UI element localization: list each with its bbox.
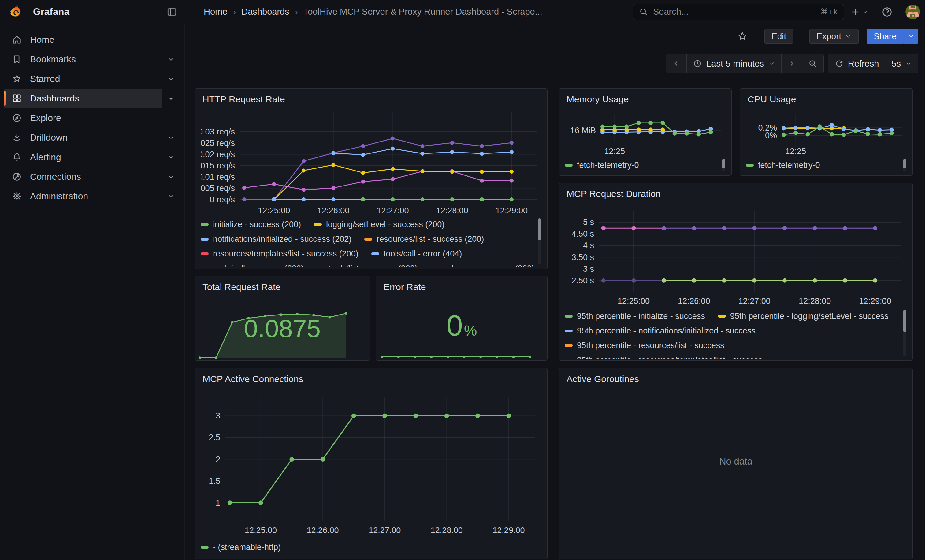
time-back-button[interactable] <box>666 54 687 73</box>
sidebar-item-home-button[interactable]: Home <box>4 30 179 49</box>
legend-scrollbar-thumb[interactable] <box>722 159 725 168</box>
svg-text:12:25: 12:25 <box>785 147 806 156</box>
cpu-usage-chart[interactable]: 0.2%0%12:25 <box>746 108 907 156</box>
expand-chevron-icon[interactable] <box>163 153 179 161</box>
expand-chevron-icon[interactable] <box>163 95 179 102</box>
export-button[interactable]: Export <box>809 29 859 44</box>
sidebar-item-alerting-button[interactable]: Alerting <box>4 148 163 167</box>
expand-chevron-icon[interactable] <box>163 134 179 141</box>
error-rate-sparkline[interactable] <box>379 349 542 359</box>
legend-item[interactable]: - (streamable-http) <box>201 543 281 552</box>
legend-item[interactable]: logging/setLevel - success (200) <box>314 220 444 229</box>
legend-item[interactable]: resources/templates/list - success (200) <box>201 249 359 258</box>
panel-title[interactable]: MCP Active Connections <box>202 374 542 384</box>
sidebar-item-label: Alerting <box>30 152 61 162</box>
zoom-out-button[interactable] <box>802 54 824 73</box>
legend-scrollbar-thumb[interactable] <box>903 310 906 332</box>
sidebar-item-label: Drilldown <box>30 132 68 143</box>
legend-item[interactable]: fetch-telemetry-0 <box>565 161 639 170</box>
breadcrumb-home[interactable]: Home <box>204 7 227 17</box>
legend-item[interactable]: 95th percentile - resources/templates/li… <box>565 356 762 359</box>
legend-item[interactable]: fetch-telemetry-0 <box>746 161 820 170</box>
legend-item[interactable]: tools/list - success (200) <box>316 264 417 267</box>
panel-title[interactable]: Error Rate <box>384 282 542 292</box>
search-placeholder: Search... <box>653 7 688 17</box>
sidebar-item-administration-button[interactable]: Administration <box>4 187 163 206</box>
time-forward-button[interactable] <box>781 54 802 73</box>
refresh-label: Refresh <box>848 59 879 69</box>
sidebar-item-connections[interactable]: Connections <box>4 167 179 186</box>
expand-chevron-icon[interactable] <box>163 173 179 181</box>
sidebar-item-explore-button[interactable]: Explore <box>4 108 179 128</box>
mcp-request-duration-chart[interactable]: 5 s4.50 s4 s3.50 s3 s2.50 s12:25:0012:26… <box>565 203 907 308</box>
legend-marker <box>201 252 209 255</box>
memory-legend: fetch-telemetry-0 <box>565 158 726 174</box>
help-button[interactable] <box>881 6 893 18</box>
add-button[interactable] <box>850 7 869 17</box>
memory-usage-chart[interactable]: 16 MiB12:25 <box>565 108 726 156</box>
expand-chevron-icon[interactable] <box>163 192 179 200</box>
panel-cpu-usage: CPU Usage 0.2%0%12:25 fetch-telemetry-0 <box>740 89 913 176</box>
legend-row: fetch-telemetry-0 <box>565 158 726 173</box>
legend-marker <box>364 238 372 240</box>
legend-item[interactable]: initialize - success (200) <box>201 220 301 229</box>
sidebar-item-bookmarks[interactable]: Bookmarks <box>4 50 179 69</box>
sidebar-item-drilldown[interactable]: Drilldown <box>4 128 179 147</box>
sidebar-item-starred-button[interactable]: Starred <box>4 69 163 89</box>
sidebar-item-alerting[interactable]: Alerting <box>4 147 179 167</box>
svg-text:12:26:00: 12:26:00 <box>678 297 710 306</box>
panel-title[interactable]: CPU Usage <box>747 94 907 105</box>
sidebar-item-explore[interactable]: Explore <box>4 108 179 128</box>
gear-icon <box>12 191 22 201</box>
panel-title[interactable]: Total Request Rate <box>202 282 364 292</box>
star-dashboard-button[interactable] <box>737 30 748 42</box>
sidebar-item-bookmarks-button[interactable]: Bookmarks <box>4 50 163 69</box>
sidebar-item-drilldown-button[interactable]: Drilldown <box>4 128 163 147</box>
legend-item[interactable]: unknown - success (200) <box>430 264 534 267</box>
sidebar-item-connections-button[interactable]: Connections <box>4 167 163 186</box>
breadcrumb-dashboards[interactable]: Dashboards <box>241 7 289 17</box>
legend-item[interactable]: 95th percentile - logging/setLevel - suc… <box>718 311 889 321</box>
legend-item[interactable]: 95th percentile - resources/list - succe… <box>565 341 724 350</box>
legend-item[interactable]: resources/list - success (200) <box>364 234 484 244</box>
sidebar-item-dashboards-button[interactable]: Dashboards <box>4 89 163 108</box>
chevron-down-icon <box>908 33 914 40</box>
legend-item[interactable]: 95th percentile - notifications/initiali… <box>565 326 756 336</box>
sidebar-item-starred[interactable]: Starred <box>4 69 179 89</box>
sidebar-item-home[interactable]: Home <box>4 30 179 50</box>
refresh-interval-picker[interactable]: 5s <box>885 54 918 73</box>
refresh-button[interactable]: Refresh <box>828 54 886 73</box>
time-range-picker[interactable]: Last 5 minutes <box>686 54 782 73</box>
total-request-rate-value: 0.0875 <box>195 314 369 343</box>
panel-title[interactable]: MCP Request Duration <box>566 189 907 199</box>
legend-item[interactable]: 95th percentile - initialize - success <box>565 311 705 321</box>
legend-item[interactable]: tools/call - success (200) <box>201 264 304 267</box>
panel-title[interactable]: Memory Usage <box>566 94 726 105</box>
sidebar-item-dashboards[interactable]: Dashboards <box>4 89 179 108</box>
legend-row: - (streamable-http) <box>201 540 542 554</box>
expand-chevron-icon[interactable] <box>163 56 179 63</box>
svg-text:0.015 req/s: 0.015 req/s <box>201 161 235 170</box>
legend-item[interactable]: notifications/initialized - success (202… <box>201 234 351 244</box>
sidebar-item-administration[interactable]: Administration <box>4 186 179 206</box>
legend-scrollbar-thumb[interactable] <box>538 218 541 240</box>
sidebar-toggle-icon[interactable] <box>166 6 178 17</box>
legend-scrollbar-thumb[interactable] <box>903 159 906 168</box>
svg-text:12:26:00: 12:26:00 <box>307 526 339 535</box>
legend-item[interactable]: tools/call - error (404) <box>371 249 462 258</box>
svg-text:2.50 s: 2.50 s <box>571 276 594 285</box>
edit-button[interactable]: Edit <box>764 29 793 44</box>
share-button[interactable]: Share <box>866 29 904 44</box>
svg-text:12:27:00: 12:27:00 <box>377 206 409 215</box>
mcp-active-connections-chart[interactable]: 32.521.5112:25:0012:26:0012:27:0012:28:0… <box>201 388 542 539</box>
http-request-rate-chart[interactable]: 0.03 req/s0.025 req/s0.02 req/s0.015 req… <box>201 108 542 216</box>
panel-title[interactable]: Active Goroutines <box>566 374 907 384</box>
search-input[interactable]: Search... ⌘+k <box>633 4 844 20</box>
expand-chevron-icon[interactable] <box>163 75 179 83</box>
avatar[interactable] <box>905 5 920 19</box>
sidebar-item-label: Explore <box>30 113 61 123</box>
panel-title[interactable]: HTTP Request Rate <box>202 94 542 105</box>
share-options-button[interactable] <box>904 29 918 44</box>
no-data-message: No data <box>559 456 913 467</box>
home-icon <box>12 35 22 45</box>
